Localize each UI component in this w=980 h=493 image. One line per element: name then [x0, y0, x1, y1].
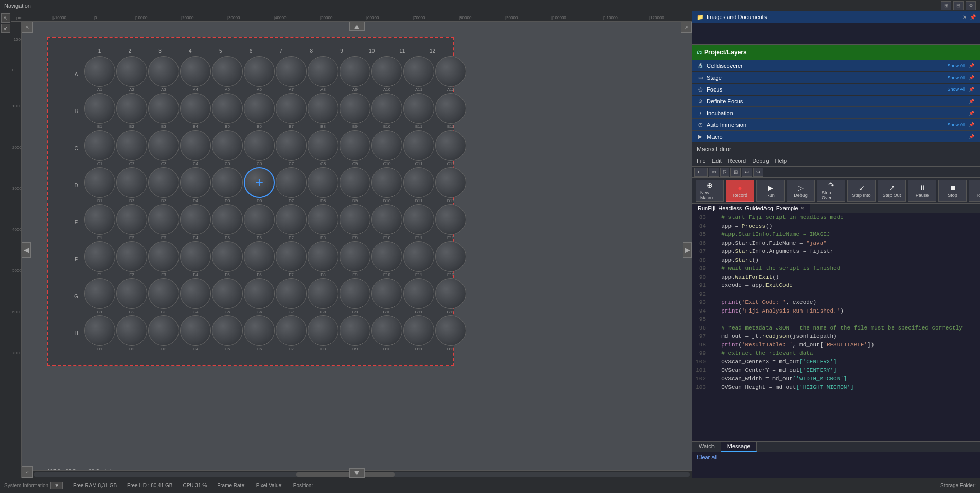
well-F2[interactable] — [116, 241, 147, 272]
well-B5[interactable] — [212, 93, 243, 124]
grid-icon-2[interactable]: ⊟ — [953, 1, 964, 10]
images-close-icon[interactable]: ✕ — [963, 14, 967, 20]
well-C12[interactable] — [435, 130, 466, 161]
well-E2[interactable] — [116, 204, 147, 235]
watch-tab[interactable]: Watch — [692, 442, 721, 452]
system-info-btn[interactable]: ▼ — [50, 482, 63, 489]
well-F10[interactable] — [371, 241, 402, 272]
well-A9[interactable] — [340, 56, 370, 87]
well-C6[interactable] — [244, 130, 275, 161]
layer-pin-button[interactable]: 📌 — [967, 75, 976, 81]
step-over-button[interactable]: ↷ Step Over — [817, 180, 845, 202]
grid-icon-1[interactable]: ⊞ — [941, 1, 951, 10]
well-F8[interactable] — [308, 241, 338, 272]
layer-pin-button[interactable]: 📌 — [967, 63, 976, 69]
well-D11[interactable] — [403, 167, 434, 198]
well-E8[interactable] — [308, 204, 338, 235]
well-D6[interactable]: + — [244, 167, 275, 198]
well-F7[interactable] — [276, 241, 307, 272]
well-E3[interactable] — [148, 204, 179, 235]
well-F12[interactable] — [435, 241, 466, 272]
macro-tab-close[interactable]: ✕ — [800, 206, 805, 211]
menu-debug[interactable]: Debug — [752, 158, 769, 164]
well-F4[interactable] — [180, 241, 211, 272]
well-H10[interactable] — [371, 315, 402, 346]
well-G9[interactable] — [340, 278, 370, 309]
menu-record[interactable]: Record — [728, 158, 746, 164]
well-D2[interactable] — [116, 167, 147, 198]
layer-show-all-button[interactable]: Show All — [947, 63, 965, 68]
code-editor[interactable]: 83 # start Fiji script in headless mode8… — [692, 213, 980, 441]
nav-arrow-bottomleft[interactable]: ↙ — [22, 466, 33, 478]
well-E9[interactable] — [340, 204, 370, 235]
run-button[interactable]: ▶ Run — [756, 180, 785, 202]
well-F1[interactable] — [84, 241, 115, 272]
well-C7[interactable] — [276, 130, 307, 161]
well-F5[interactable] — [212, 241, 243, 272]
well-D10[interactable] — [371, 167, 402, 198]
well-B3[interactable] — [148, 93, 179, 124]
well-D7[interactable] — [276, 167, 307, 198]
layer-pin-button[interactable]: 📌 — [967, 110, 976, 116]
layer-item-focus[interactable]: ◎FocusShow All📌 — [692, 84, 980, 95]
layer-item-macro[interactable]: ▶Macro📌 — [692, 131, 980, 142]
nav-arrow-right[interactable]: ▶ — [683, 242, 692, 258]
menu-edit[interactable]: Edit — [712, 158, 722, 164]
toolbar-redo[interactable]: ↪ — [753, 168, 763, 177]
well-A3[interactable] — [148, 56, 179, 87]
nav-arrow-topright[interactable]: ↗ — [681, 22, 692, 33]
settings-icon[interactable]: ⚙ — [966, 1, 976, 10]
well-H11[interactable] — [403, 315, 434, 346]
toolbar-back[interactable]: ⟵ — [694, 168, 708, 177]
well-A4[interactable] — [180, 56, 211, 87]
well-G6[interactable] — [244, 278, 275, 309]
well-F9[interactable] — [340, 241, 370, 272]
well-E4[interactable] — [180, 204, 211, 235]
well-B6[interactable] — [244, 93, 275, 124]
toolbar-undo[interactable]: ↩ — [742, 168, 752, 177]
debug-button[interactable]: ▷ Debug — [787, 180, 815, 202]
h-scroll-thumb[interactable] — [296, 472, 395, 477]
reset-button[interactable]: ↺ Reset — [969, 180, 980, 202]
well-H12[interactable] — [435, 315, 466, 346]
well-C3[interactable] — [148, 130, 179, 161]
well-A2[interactable] — [116, 56, 147, 87]
step-out-button[interactable]: ↗ Step Out — [878, 180, 906, 202]
toolbar-paste[interactable]: ⊞ — [730, 168, 741, 177]
well-E6[interactable] — [244, 204, 275, 235]
well-G5[interactable] — [212, 278, 243, 309]
toolbar-cut[interactable]: ✂ — [709, 168, 719, 177]
layer-pin-button[interactable]: 📌 — [967, 98, 976, 104]
well-C1[interactable] — [84, 130, 115, 161]
well-B8[interactable] — [308, 93, 338, 124]
well-B4[interactable] — [180, 93, 211, 124]
well-G10[interactable] — [371, 278, 402, 309]
layer-pin-button[interactable]: 📌 — [967, 134, 976, 140]
well-A12[interactable] — [435, 56, 466, 87]
well-C2[interactable] — [116, 130, 147, 161]
well-D12[interactable] — [435, 167, 466, 198]
well-H9[interactable] — [340, 315, 370, 346]
well-G8[interactable] — [308, 278, 338, 309]
message-tab[interactable]: Message — [721, 442, 757, 452]
menu-help[interactable]: Help — [775, 158, 787, 164]
well-A11[interactable] — [403, 56, 434, 87]
layer-item-incubation[interactable]: ⟩Incubation📌 — [692, 107, 980, 119]
well-E1[interactable] — [84, 204, 115, 235]
well-C4[interactable] — [180, 130, 211, 161]
nav-arrow-bottom[interactable]: ▼ — [349, 468, 365, 478]
nav-arrow-left[interactable]: ◀ — [22, 242, 31, 258]
well-C9[interactable] — [340, 130, 370, 161]
well-D5[interactable] — [212, 167, 243, 198]
left-tool-2[interactable]: ↙ — [1, 24, 10, 33]
layer-pin-button[interactable]: 📌 — [967, 86, 976, 93]
well-H1[interactable] — [84, 315, 115, 346]
well-A7[interactable] — [276, 56, 307, 87]
well-C11[interactable] — [403, 130, 434, 161]
well-H3[interactable] — [148, 315, 179, 346]
well-A10[interactable] — [371, 56, 402, 87]
well-A6[interactable] — [244, 56, 275, 87]
well-B12[interactable] — [435, 93, 466, 124]
well-H8[interactable] — [308, 315, 338, 346]
step-into-button[interactable]: ↙ Step Into — [847, 180, 876, 202]
